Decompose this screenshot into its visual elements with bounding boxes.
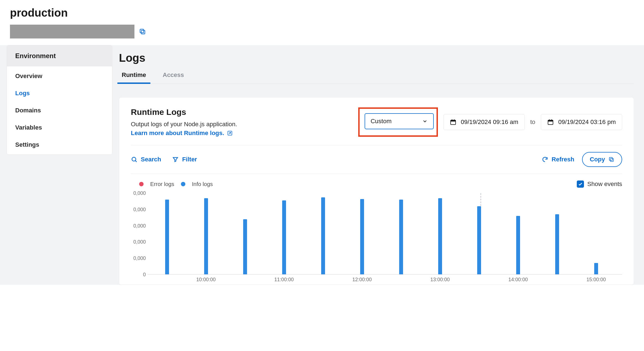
to-date-picker[interactable]: 09/19/2024 03:16 pm	[541, 114, 622, 130]
logs-toolbar: Search Filter	[131, 152, 622, 167]
show-events-toggle[interactable]: Show events	[577, 180, 622, 188]
sidebar-item-logs[interactable]: Logs	[7, 85, 112, 102]
x-tick: 12:00:00	[352, 277, 372, 283]
x-tick: 10:00:00	[196, 277, 216, 283]
legend-info-label: Info logs	[192, 181, 213, 187]
environment-url-placeholder	[10, 25, 134, 38]
svg-rect-12	[610, 158, 613, 161]
annotation-highlight: Custom	[358, 107, 438, 137]
x-tick: 11:00:00	[274, 277, 294, 283]
panel-description: Output logs of your Node.js application.	[131, 121, 237, 128]
chart-bar[interactable]	[516, 216, 520, 274]
chart-bar[interactable]	[438, 198, 442, 274]
from-date-picker[interactable]: 09/19/2024 09:16 am	[443, 114, 525, 130]
tabs: Runtime Access	[119, 69, 634, 84]
search-icon	[131, 156, 137, 163]
svg-rect-10	[551, 119, 552, 121]
logs-bar-chart: 0,0000,0000,0000,0000,0000 10:00:0011:00…	[131, 193, 622, 285]
chart-bar[interactable]	[282, 200, 286, 274]
svg-rect-5	[452, 119, 452, 121]
sidebar-heading: Environment	[7, 45, 112, 66]
divider	[131, 174, 622, 174]
legend-error-label: Error logs	[150, 181, 174, 187]
sidebar-item-settings[interactable]: Settings	[7, 136, 112, 153]
refresh-label: Refresh	[552, 156, 574, 163]
copy-icon	[608, 156, 614, 162]
tab-runtime[interactable]: Runtime	[119, 69, 149, 84]
search-label: Search	[141, 156, 161, 163]
chart-legend-row: Error logs Info logs Show events	[131, 180, 622, 188]
learn-more-link[interactable]: Learn more about Runtime logs.	[131, 130, 233, 137]
svg-rect-4	[451, 120, 456, 122]
legend-dot-info	[181, 182, 185, 186]
refresh-button[interactable]: Refresh	[542, 156, 574, 163]
show-events-label: Show events	[587, 180, 622, 188]
page-title: Logs	[119, 52, 634, 64]
search-button[interactable]: Search	[131, 156, 161, 163]
main-content: Logs Runtime Access Runtime Logs Output …	[119, 45, 644, 285]
chart-bar[interactable]	[594, 263, 598, 274]
sidebar: Environment Overview Logs Domains Variab…	[0, 45, 119, 285]
learn-more-text: Learn more about Runtime logs.	[131, 130, 224, 137]
x-tick: 13:00:00	[430, 277, 450, 283]
y-tick: 0,000	[133, 239, 146, 245]
chart-bar[interactable]	[555, 214, 559, 274]
chart-bar[interactable]	[243, 219, 247, 274]
y-tick: 0,000	[133, 223, 146, 229]
y-tick: 0,000	[133, 190, 146, 196]
time-range-value: Custom	[371, 118, 392, 125]
time-range-select[interactable]: Custom	[365, 113, 434, 129]
chart-bar[interactable]	[165, 200, 169, 274]
chart-bar[interactable]	[477, 206, 481, 274]
chart-bar[interactable]	[399, 200, 403, 274]
filter-button[interactable]: Filter	[172, 156, 197, 163]
svg-rect-13	[609, 158, 612, 161]
svg-point-11	[132, 157, 136, 161]
chart-bar[interactable]	[204, 198, 208, 274]
sidebar-item-domains[interactable]: Domains	[7, 102, 112, 119]
chart-bar[interactable]	[321, 197, 325, 274]
calendar-icon	[450, 119, 456, 125]
runtime-logs-panel: Runtime Logs Output logs of your Node.js…	[119, 97, 634, 285]
calendar-icon	[547, 119, 554, 125]
svg-rect-0	[141, 30, 145, 34]
filter-icon	[172, 156, 179, 163]
environment-header: production	[0, 0, 644, 45]
svg-rect-6	[454, 119, 455, 121]
chevron-down-icon	[422, 118, 428, 124]
filter-label: Filter	[182, 156, 197, 163]
to-date-value: 09/19/2024 03:16 pm	[558, 118, 616, 126]
panel-title: Runtime Logs	[131, 107, 237, 117]
y-tick: 0	[143, 272, 146, 278]
svg-rect-9	[549, 119, 550, 121]
environment-title: production	[10, 7, 634, 19]
chart-bar[interactable]	[360, 199, 364, 274]
legend-dot-error	[139, 182, 144, 186]
sidebar-item-variables[interactable]: Variables	[7, 119, 112, 136]
time-range-controls: Custom 09/19/2024 09:16 am	[358, 107, 622, 137]
svg-rect-1	[140, 29, 144, 33]
tab-access[interactable]: Access	[160, 69, 187, 84]
external-link-icon	[227, 130, 233, 136]
x-tick: 15:00:00	[586, 277, 606, 283]
svg-rect-8	[548, 120, 553, 122]
y-tick: 0,000	[133, 255, 146, 261]
copy-label: Copy	[590, 156, 605, 163]
environment-url-row	[10, 25, 634, 38]
refresh-icon	[542, 156, 548, 163]
copy-button[interactable]: Copy	[582, 152, 622, 167]
divider	[131, 145, 622, 145]
copy-url-icon[interactable]	[139, 28, 146, 35]
checkbox-checked-icon	[577, 180, 584, 188]
y-tick: 0,000	[133, 207, 146, 212]
from-date-value: 09/19/2024 09:16 am	[461, 118, 518, 126]
to-label: to	[530, 118, 535, 126]
sidebar-item-overview[interactable]: Overview	[7, 68, 112, 85]
x-tick: 14:00:00	[508, 277, 528, 283]
